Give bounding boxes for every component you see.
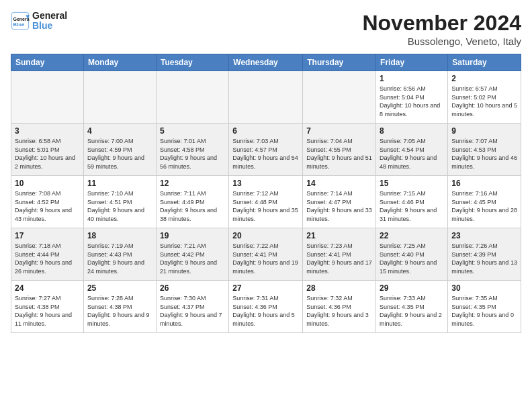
calendar-cell-5: 5Sunrise: 7:01 AMSunset: 4:58 PMDaylight… <box>156 124 228 176</box>
calendar-cell-3: 3Sunrise: 6:58 AMSunset: 5:01 PMDaylight… <box>11 124 84 176</box>
calendar-cell-empty <box>229 71 303 124</box>
calendar-cell-24: 24Sunrise: 7:27 AMSunset: 4:38 PMDayligh… <box>11 281 84 333</box>
day-number: 25 <box>87 283 152 293</box>
day-number: 15 <box>380 179 444 188</box>
calendar-week-3: 10Sunrise: 7:08 AMSunset: 4:52 PMDayligh… <box>11 176 521 228</box>
day-info: Sunrise: 7:01 AMSunset: 4:58 PMDaylight:… <box>160 137 225 171</box>
day-info: Sunrise: 7:11 AMSunset: 4:49 PMDaylight:… <box>160 189 225 223</box>
calendar-week-1: 1Sunrise: 6:56 AMSunset: 5:04 PMDaylight… <box>11 71 521 124</box>
calendar-cell-16: 16Sunrise: 7:16 AMSunset: 4:45 PMDayligh… <box>448 176 521 228</box>
day-info: Sunrise: 6:58 AMSunset: 5:01 PMDaylight:… <box>15 137 80 171</box>
day-info: Sunrise: 7:03 AMSunset: 4:57 PMDaylight:… <box>232 137 299 171</box>
day-info: Sunrise: 7:25 AMSunset: 4:40 PMDaylight:… <box>380 242 444 275</box>
day-info: Sunrise: 7:32 AMSunset: 4:36 PMDaylight:… <box>306 294 372 328</box>
day-info: Sunrise: 7:26 AMSunset: 4:39 PMDaylight:… <box>451 242 517 275</box>
calendar-cell-6: 6Sunrise: 7:03 AMSunset: 4:57 PMDaylight… <box>229 124 303 176</box>
calendar-cell-22: 22Sunrise: 7:25 AMSunset: 4:40 PMDayligh… <box>376 228 448 281</box>
day-number: 16 <box>451 179 517 188</box>
day-number: 24 <box>15 283 80 293</box>
day-number: 10 <box>15 179 80 188</box>
calendar-cell-12: 12Sunrise: 7:11 AMSunset: 4:49 PMDayligh… <box>156 176 228 228</box>
calendar-cell-26: 26Sunrise: 7:30 AMSunset: 4:37 PMDayligh… <box>156 281 228 333</box>
calendar-cell-30: 30Sunrise: 7:35 AMSunset: 4:35 PMDayligh… <box>448 281 521 333</box>
day-number: 17 <box>15 231 80 240</box>
calendar-cell-empty <box>83 71 156 124</box>
calendar-cell-20: 20Sunrise: 7:22 AMSunset: 4:41 PMDayligh… <box>229 228 303 281</box>
calendar-cell-1: 1Sunrise: 6:56 AMSunset: 5:04 PMDaylight… <box>376 71 448 124</box>
weekday-header-tuesday: Tuesday <box>156 54 228 71</box>
weekday-header-saturday: Saturday <box>448 54 521 71</box>
weekday-header-row: SundayMondayTuesdayWednesdayThursdayFrid… <box>11 54 521 71</box>
day-number: 26 <box>160 283 225 293</box>
day-info: Sunrise: 7:30 AMSunset: 4:37 PMDaylight:… <box>160 294 225 328</box>
day-number: 9 <box>451 126 517 136</box>
day-info: Sunrise: 7:15 AMSunset: 4:46 PMDaylight:… <box>380 189 444 223</box>
day-number: 30 <box>451 283 517 293</box>
calendar-table: SundayMondayTuesdayWednesdayThursdayFrid… <box>11 54 521 333</box>
calendar-cell-21: 21Sunrise: 7:23 AMSunset: 4:41 PMDayligh… <box>303 228 376 281</box>
calendar-cell-9: 9Sunrise: 7:07 AMSunset: 4:53 PMDaylight… <box>448 124 521 176</box>
day-number: 22 <box>380 231 444 240</box>
day-number: 29 <box>380 283 444 293</box>
calendar-cell-empty <box>11 71 84 124</box>
day-info: Sunrise: 6:56 AMSunset: 5:04 PMDaylight:… <box>380 85 444 118</box>
calendar-cell-29: 29Sunrise: 7:33 AMSunset: 4:35 PMDayligh… <box>376 281 448 333</box>
weekday-header-monday: Monday <box>83 54 156 71</box>
calendar-cell-11: 11Sunrise: 7:10 AMSunset: 4:51 PMDayligh… <box>83 176 156 228</box>
month-title: November 2024 <box>362 11 521 36</box>
day-info: Sunrise: 7:35 AMSunset: 4:35 PMDaylight:… <box>451 294 517 328</box>
day-info: Sunrise: 7:33 AMSunset: 4:35 PMDaylight:… <box>380 294 444 328</box>
title-block: November 2024 Bussolengo, Veneto, Italy <box>362 11 521 47</box>
day-info: Sunrise: 7:31 AMSunset: 4:36 PMDaylight:… <box>232 294 299 328</box>
day-number: 28 <box>306 283 372 293</box>
calendar-cell-17: 17Sunrise: 7:18 AMSunset: 4:44 PMDayligh… <box>11 228 84 281</box>
calendar-cell-7: 7Sunrise: 7:04 AMSunset: 4:55 PMDaylight… <box>303 124 376 176</box>
calendar-week-4: 17Sunrise: 7:18 AMSunset: 4:44 PMDayligh… <box>11 228 521 281</box>
weekday-header-thursday: Thursday <box>303 54 376 71</box>
calendar-cell-empty <box>303 71 376 124</box>
day-number: 5 <box>160 126 225 136</box>
day-number: 20 <box>232 231 299 240</box>
day-info: Sunrise: 7:22 AMSunset: 4:41 PMDaylight:… <box>232 242 299 275</box>
day-info: Sunrise: 7:16 AMSunset: 4:45 PMDaylight:… <box>451 189 517 223</box>
day-info: Sunrise: 7:19 AMSunset: 4:43 PMDaylight:… <box>87 242 152 275</box>
day-number: 13 <box>232 179 299 188</box>
logo: General Blue General Blue <box>11 11 67 32</box>
day-info: Sunrise: 7:28 AMSunset: 4:38 PMDaylight:… <box>87 294 152 328</box>
day-number: 11 <box>87 179 152 188</box>
day-info: Sunrise: 7:27 AMSunset: 4:38 PMDaylight:… <box>15 294 80 328</box>
calendar-cell-25: 25Sunrise: 7:28 AMSunset: 4:38 PMDayligh… <box>83 281 156 333</box>
day-number: 12 <box>160 179 225 188</box>
day-info: Sunrise: 7:00 AMSunset: 4:59 PMDaylight:… <box>87 137 152 171</box>
day-number: 18 <box>87 231 152 240</box>
calendar-cell-15: 15Sunrise: 7:15 AMSunset: 4:46 PMDayligh… <box>376 176 448 228</box>
calendar-cell-23: 23Sunrise: 7:26 AMSunset: 4:39 PMDayligh… <box>448 228 521 281</box>
logo-icon: General Blue <box>11 11 30 30</box>
calendar-cell-19: 19Sunrise: 7:21 AMSunset: 4:42 PMDayligh… <box>156 228 228 281</box>
calendar-week-2: 3Sunrise: 6:58 AMSunset: 5:01 PMDaylight… <box>11 124 521 176</box>
day-info: Sunrise: 7:05 AMSunset: 4:54 PMDaylight:… <box>380 137 444 171</box>
day-number: 23 <box>451 231 517 240</box>
logo-blue: Blue <box>32 21 67 31</box>
calendar-cell-2: 2Sunrise: 6:57 AMSunset: 5:02 PMDaylight… <box>448 71 521 124</box>
day-number: 3 <box>15 126 80 136</box>
day-info: Sunrise: 7:04 AMSunset: 4:55 PMDaylight:… <box>306 137 372 171</box>
calendar-week-5: 24Sunrise: 7:27 AMSunset: 4:38 PMDayligh… <box>11 281 521 333</box>
day-info: Sunrise: 7:07 AMSunset: 4:53 PMDaylight:… <box>451 137 517 171</box>
day-number: 2 <box>451 74 517 83</box>
day-number: 1 <box>380 74 444 83</box>
calendar-cell-empty <box>156 71 228 124</box>
calendar-cell-10: 10Sunrise: 7:08 AMSunset: 4:52 PMDayligh… <box>11 176 84 228</box>
page: General Blue General Blue November 2024 … <box>0 0 532 411</box>
location: Bussolengo, Veneto, Italy <box>362 36 521 47</box>
day-number: 27 <box>232 283 299 293</box>
day-info: Sunrise: 7:12 AMSunset: 4:48 PMDaylight:… <box>232 189 299 223</box>
day-number: 8 <box>380 126 444 136</box>
day-info: Sunrise: 7:10 AMSunset: 4:51 PMDaylight:… <box>87 189 152 223</box>
calendar-cell-27: 27Sunrise: 7:31 AMSunset: 4:36 PMDayligh… <box>229 281 303 333</box>
logo-general: General <box>32 11 67 21</box>
header: General Blue General Blue November 2024 … <box>11 11 521 47</box>
day-info: Sunrise: 6:57 AMSunset: 5:02 PMDaylight:… <box>451 85 517 118</box>
day-number: 7 <box>306 126 372 136</box>
weekday-header-friday: Friday <box>376 54 448 71</box>
